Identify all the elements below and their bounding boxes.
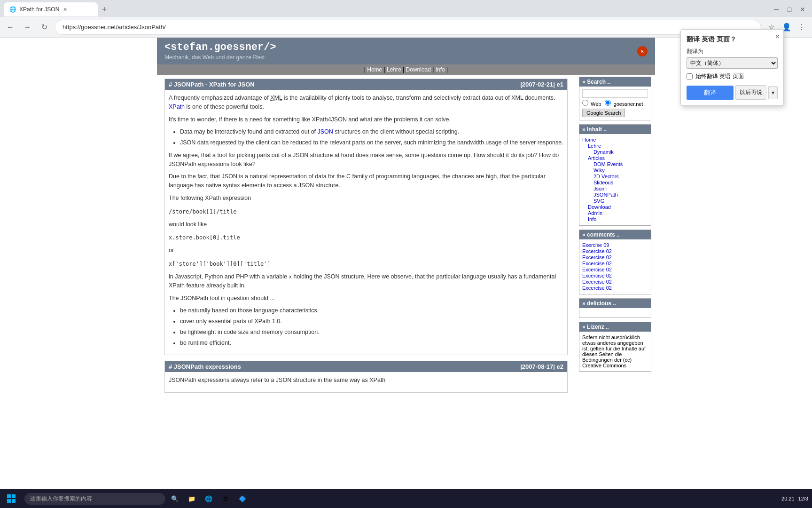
translate-checkbox-row: 始终翻译 英语 页面 <box>687 72 778 80</box>
inhalt-articles[interactable]: Articles <box>582 155 648 161</box>
article-section-1: # JSONPath - XPath for JSON |2007-02-21|… <box>164 79 568 355</box>
comment-8[interactable]: Excercise 02 <box>582 285 648 291</box>
article-date-2: |2007-08-17| e2 <box>520 363 563 370</box>
comments-widget-header: » comments .. <box>579 230 651 239</box>
site-logo: s <box>637 46 648 56</box>
taskbar-start-button[interactable] <box>4 491 19 506</box>
taskbar-search-placeholder: 这里输入你要搜索的内容 <box>30 495 92 502</box>
comment-3[interactable]: Excercise 02 <box>582 254 648 260</box>
inhalt-admin[interactable]: Admin <box>582 210 648 216</box>
site-subtitle: Mechanik, das Web und der ganze Rest <box>164 54 276 61</box>
article-para-7: in Javascript, Python and PHP with a var… <box>169 272 563 290</box>
inhalt-jsont[interactable]: JsonT <box>582 186 648 191</box>
translate-button[interactable]: 翻译 <box>687 86 734 100</box>
article-para-2: It's time to wonder, if there is a need … <box>169 115 563 124</box>
reload-button[interactable]: ↻ <box>38 21 51 34</box>
list-item-b4: be runtime efficient. <box>180 339 563 348</box>
address-bar[interactable]: https://goessner.net/articles/JsonPath/ <box>55 20 761 35</box>
xml-abbr: XML <box>270 95 282 101</box>
radio-web[interactable] <box>582 100 588 106</box>
article-para-3: If we agree, that a tool for picking par… <box>169 151 563 169</box>
comment-7[interactable]: Excercise 02 <box>582 279 648 285</box>
taskbar-search-icon-button[interactable]: 🔍 <box>167 491 182 506</box>
tab-title: XPath for JSON <box>19 6 59 13</box>
xpath-link[interactable]: XPath <box>169 103 185 110</box>
nav-info[interactable]: Info <box>436 66 445 73</box>
article-title-1: # JSONPath - XPath for JSON <box>169 81 255 88</box>
new-tab-button[interactable]: + <box>98 3 111 16</box>
translate-to-label: 翻译为 <box>687 48 778 56</box>
radio-goessner[interactable] <box>605 100 611 106</box>
comment-5[interactable]: Excercise 02 <box>582 267 648 272</box>
taskbar-right: 20:21 12/3 <box>781 496 808 501</box>
nav-lehre[interactable]: Lehre <box>387 66 401 73</box>
nav-home[interactable]: Home <box>367 66 382 73</box>
taskbar-chrome-button[interactable]: 🌐 <box>201 491 216 506</box>
windows-icon <box>7 494 16 503</box>
inhalt-wiky[interactable]: Wiky <box>582 167 648 173</box>
article-section-2: # JSONPath expressions |2007-08-17| e2 J… <box>164 361 568 393</box>
search-widget-header: » Search .. <box>579 77 651 87</box>
translate-close-button[interactable]: × <box>775 32 780 41</box>
lizenz-text: Sofern nicht ausdrücklich etwas anderes … <box>582 334 646 368</box>
inhalt-widget: » Inhalt .. Home Lehre Dynamik Articles … <box>579 124 651 226</box>
list-item-b3: be lightweight in code size and memory c… <box>180 328 563 337</box>
radio-goessner-label[interactable]: goessner.net <box>605 100 643 107</box>
maximize-button[interactable]: □ <box>784 4 795 15</box>
comment-2[interactable]: Excercise 02 <box>582 248 648 254</box>
minimize-button[interactable]: ─ <box>771 4 782 15</box>
lizenz-widget-header: » Lizenz .. <box>579 322 651 332</box>
taskbar-folder-button[interactable]: 📁 <box>184 491 199 506</box>
taskbar-search-box[interactable]: 这里输入你要搜索的内容 <box>24 493 165 505</box>
search-widget-body: Web goessner.net Google Search <box>579 87 651 120</box>
taskbar: 这里输入你要搜索的内容 🔍 📁 🌐 ⚙ 🔷 20:21 12/3 <box>0 489 812 508</box>
inhalt-lehre[interactable]: Lehre <box>582 143 648 149</box>
tab-close-button[interactable]: × <box>63 6 67 13</box>
comment-6[interactable]: Excercise 02 <box>582 273 648 278</box>
close-window-button[interactable]: ✕ <box>797 4 808 15</box>
article-header-2: # JSONPath expressions |2007-08-17| e2 <box>165 361 567 372</box>
translate-later-button[interactable]: 以后再说 <box>735 85 766 100</box>
inhalt-dom-events[interactable]: DOM Events <box>582 161 648 167</box>
list-item-2: JSON data requested by the client can be… <box>180 138 563 147</box>
forward-button[interactable]: → <box>21 21 34 34</box>
taskbar-settings-button[interactable]: ⚙ <box>218 491 233 506</box>
json-link[interactable]: JSON <box>318 128 333 135</box>
site-nav: | Home | Lehre | Download | Info | <box>157 64 655 75</box>
search-radios: Web goessner.net <box>582 100 648 107</box>
lizenz-widget-body: Sofern nicht ausdrücklich etwas anderes … <box>579 332 651 371</box>
svg-rect-0 <box>7 494 11 498</box>
inhalt-download[interactable]: Download <box>582 204 648 210</box>
browser-tab[interactable]: 🌐 XPath for JSON × <box>4 2 98 16</box>
code-1: /store/book[1]/title <box>169 208 237 215</box>
inhalt-dynamik[interactable]: Dynamik <box>582 149 648 155</box>
google-search-button[interactable]: Google Search <box>582 109 625 117</box>
nav-download[interactable]: Download <box>406 66 431 73</box>
article-body-1: A frequently emphasized advantage of XML… <box>165 90 567 355</box>
extensions-button[interactable]: ⋮ <box>795 21 808 34</box>
inhalt-svg[interactable]: SVG <box>582 198 648 204</box>
inhalt-slideous[interactable]: Slideous <box>582 180 648 185</box>
inhalt-jsonpath[interactable]: JSONPath <box>582 192 648 198</box>
translate-always-checkbox[interactable] <box>687 73 693 79</box>
article-para-or: or <box>169 246 563 255</box>
taskbar-edge-button[interactable]: 🔷 <box>235 491 250 506</box>
radio-web-label[interactable]: Web <box>582 100 601 107</box>
code-block-1: /store/book[1]/title <box>169 206 563 217</box>
delicious-widget-body <box>579 308 651 318</box>
delicious-widget-header: » delicious .. <box>579 299 651 308</box>
translate-dropdown-button[interactable]: ▾ <box>768 86 778 99</box>
search-input[interactable] <box>582 89 648 98</box>
comment-4[interactable]: Excercise 02 <box>582 261 648 266</box>
translate-language-select[interactable]: 中文（简体） <box>687 57 778 69</box>
inhalt-info[interactable]: Info <box>582 216 648 222</box>
svg-rect-1 <box>12 494 16 498</box>
article-para-1: A frequently emphasized advantage of XML… <box>169 94 563 111</box>
inhalt-2d-vectors[interactable]: 2D Vectors <box>582 174 648 179</box>
comment-1[interactable]: Exercise 09 <box>582 242 648 248</box>
back-button[interactable]: ← <box>4 21 17 34</box>
article-list-1: Data may be interactively found and extr… <box>180 127 563 147</box>
translate-checkbox-label: 始终翻译 英语 页面 <box>695 72 744 80</box>
comments-widget-body: Exercise 09 Excercise 02 Excercise 02 Ex… <box>579 239 651 294</box>
inhalt-home[interactable]: Home <box>582 137 648 143</box>
